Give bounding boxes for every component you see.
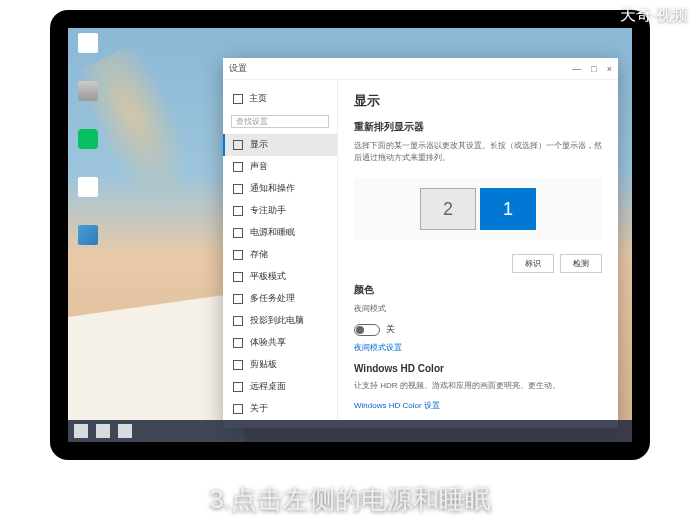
watermark-top-right: 天奇·视频	[620, 5, 688, 26]
home-button[interactable]: 主页	[223, 88, 337, 109]
nav-item-0[interactable]: 显示	[223, 134, 337, 156]
nav-label: 存储	[250, 249, 268, 261]
nav-icon	[233, 338, 243, 348]
nav-label: 电源和睡眠	[250, 227, 295, 239]
nav-label: 专注助手	[250, 205, 286, 217]
desktop-icon-app[interactable]	[73, 177, 103, 207]
watermark-icon: Q	[10, 463, 24, 477]
home-label: 主页	[249, 92, 267, 105]
hdr-description: 让支持 HDR 的视频、游戏和应用的画面更明亮、更生动。	[354, 380, 602, 392]
desktop-icon-wechat[interactable]	[73, 129, 103, 159]
settings-window: 设置 — □ × 主页 查找设置 显示声音通知和操作专注助手电源和睡眠存储平	[223, 58, 618, 428]
nav-item-6[interactable]: 平板模式	[223, 266, 337, 288]
toggle-switch-icon	[354, 324, 380, 336]
monitor-arrangement[interactable]: 2 1	[354, 178, 602, 240]
nav-icon	[233, 272, 243, 282]
desktop-icon-trash[interactable]	[73, 81, 103, 111]
nav-item-5[interactable]: 存储	[223, 244, 337, 266]
nav-item-11[interactable]: 远程桌面	[223, 376, 337, 398]
detect-button[interactable]: 检测	[560, 254, 602, 273]
window-titlebar: 设置 — □ ×	[223, 58, 618, 80]
window-body: 主页 查找设置 显示声音通知和操作专注助手电源和睡眠存储平板模式多任务处理投影到…	[223, 80, 618, 428]
nav-icon	[233, 162, 243, 172]
monitor-1[interactable]: 1	[480, 188, 536, 230]
night-settings-link[interactable]: 夜间模式设置	[354, 342, 602, 353]
nav-label: 通知和操作	[250, 183, 295, 195]
start-icon[interactable]	[74, 424, 88, 438]
nav-item-9[interactable]: 体验共享	[223, 332, 337, 354]
nav-label: 显示	[250, 139, 268, 151]
night-mode-toggle[interactable]: 关	[354, 323, 602, 336]
desktop-icons	[73, 33, 103, 255]
monitor-2[interactable]: 2	[420, 188, 476, 230]
nav-label: 剪贴板	[250, 359, 277, 371]
window-controls: — □ ×	[572, 64, 612, 74]
nav-label: 投影到此电脑	[250, 315, 304, 327]
night-mode-label: 夜间模式	[354, 303, 602, 315]
desktop-icon-thispc[interactable]	[73, 225, 103, 255]
rearrange-description: 选择下面的某一显示器以更改其设置。长按（或选择）一个显示器，然后通过拖动方式来重…	[354, 140, 602, 164]
taskbar-icon[interactable]	[96, 424, 110, 438]
nav-icon	[233, 382, 243, 392]
color-heading: 颜色	[354, 283, 602, 297]
rearrange-heading: 重新排列显示器	[354, 120, 602, 134]
taskbar[interactable]	[68, 420, 632, 442]
desktop-icon-file[interactable]	[73, 33, 103, 63]
hdr-heading: Windows HD Color	[354, 363, 602, 374]
nav-icon	[233, 360, 243, 370]
watermark-bottom-left: Q 天奇生活	[10, 462, 72, 477]
search-placeholder: 查找设置	[236, 116, 268, 127]
nav-item-1[interactable]: 声音	[223, 156, 337, 178]
nav-item-2[interactable]: 通知和操作	[223, 178, 337, 200]
nav-icon	[233, 294, 243, 304]
tablet-frame: slow living feeling also bring 设置 — □ ×	[50, 10, 650, 460]
nav-item-10[interactable]: 剪贴板	[223, 354, 337, 376]
nav-label: 体验共享	[250, 337, 286, 349]
minimize-button[interactable]: —	[572, 64, 581, 74]
video-caption: 3.点击左侧的电源和睡眠	[0, 482, 700, 517]
nav-label: 声音	[250, 161, 268, 173]
home-icon	[233, 94, 243, 104]
nav-item-4[interactable]: 电源和睡眠	[223, 222, 337, 244]
window-title: 设置	[229, 62, 247, 75]
nav-item-8[interactable]: 投影到此电脑	[223, 310, 337, 332]
nav-icon	[233, 228, 243, 238]
desktop-screen: slow living feeling also bring 设置 — □ ×	[68, 28, 632, 442]
settings-content: 显示 重新排列显示器 选择下面的某一显示器以更改其设置。长按（或选择）一个显示器…	[338, 80, 618, 428]
taskbar-icon[interactable]	[118, 424, 132, 438]
nav-label: 多任务处理	[250, 293, 295, 305]
close-button[interactable]: ×	[607, 64, 612, 74]
nav-icon	[233, 250, 243, 260]
search-input[interactable]: 查找设置	[231, 115, 329, 128]
toggle-state: 关	[386, 323, 395, 336]
nav-icon	[233, 184, 243, 194]
nav-icon	[233, 316, 243, 326]
settings-sidebar: 主页 查找设置 显示声音通知和操作专注助手电源和睡眠存储平板模式多任务处理投影到…	[223, 80, 338, 428]
monitor-buttons: 标识 检测	[354, 254, 602, 273]
watermark-bl-text: 天奇生活	[28, 462, 72, 477]
hdr-settings-link[interactable]: Windows HD Color 设置	[354, 400, 602, 411]
nav-label: 关于	[250, 403, 268, 415]
nav-list: 显示声音通知和操作专注助手电源和睡眠存储平板模式多任务处理投影到此电脑体验共享剪…	[223, 134, 337, 420]
nav-item-12[interactable]: 关于	[223, 398, 337, 420]
nav-item-7[interactable]: 多任务处理	[223, 288, 337, 310]
nav-icon	[233, 140, 243, 150]
page-title: 显示	[354, 92, 602, 110]
nav-icon	[233, 404, 243, 414]
nav-label: 远程桌面	[250, 381, 286, 393]
nav-label: 平板模式	[250, 271, 286, 283]
nav-item-3[interactable]: 专注助手	[223, 200, 337, 222]
nav-icon	[233, 206, 243, 216]
maximize-button[interactable]: □	[591, 64, 596, 74]
identify-button[interactable]: 标识	[512, 254, 554, 273]
